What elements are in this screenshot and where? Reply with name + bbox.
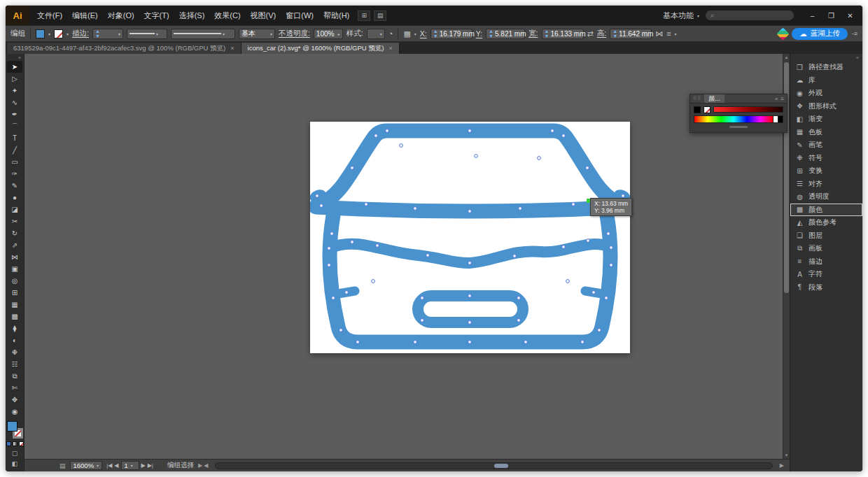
curvature-tool[interactable]: ⌒: [7, 120, 22, 132]
canvas[interactable]: X: 13.63 mm Y: 3.96 mm ▲ ▼: [24, 54, 790, 459]
anchor-point[interactable]: [581, 341, 584, 344]
panel-tab-align[interactable]: ☰对齐: [790, 178, 862, 191]
red-channel-slider[interactable]: [713, 106, 783, 113]
panel-tab-color-guide[interactable]: ◭颜色参考: [790, 216, 862, 229]
line-segment-tool[interactable]: ╱: [7, 144, 22, 156]
y-field[interactable]: ▲▼5.821 mm: [486, 29, 525, 39]
align-options-icon[interactable]: ▦: [403, 29, 410, 38]
upload-button[interactable]: ☁ 蓝湖上传: [792, 28, 848, 40]
restore-button[interactable]: ❐: [822, 8, 841, 22]
eraser-tool[interactable]: ◪: [7, 204, 22, 215]
artboard[interactable]: [310, 122, 630, 353]
panel-tab-stroke[interactable]: ≡描边: [790, 255, 862, 269]
anchor-point[interactable]: [328, 264, 331, 267]
fill-stroke-control[interactable]: [7, 421, 23, 439]
anchor-point[interactable]: [374, 134, 378, 138]
pencil-tool[interactable]: ✎: [7, 180, 22, 192]
shear-icon[interactable]: ⋈: [655, 29, 663, 38]
perspective-grid-tool[interactable]: ⊞: [7, 287, 22, 299]
mesh-tool[interactable]: ▦: [7, 299, 22, 311]
symbol-sprayer-tool[interactable]: ❉: [7, 346, 22, 358]
rectangle-tool[interactable]: ▭: [7, 156, 22, 168]
panel-tab-artboards[interactable]: ⧉画板: [790, 242, 862, 255]
eyedropper-tool[interactable]: ⧫: [7, 322, 22, 334]
chevron-down-icon[interactable]: ▾: [66, 31, 69, 36]
car-icon-artwork[interactable]: [310, 122, 630, 353]
menu-item-7[interactable]: 窗口(W): [281, 9, 318, 22]
blob-brush-tool[interactable]: ●: [7, 192, 22, 204]
panel-tab-gradient[interactable]: ◧渐变: [790, 113, 862, 126]
scale-tool[interactable]: ⇗: [7, 239, 22, 251]
artboard-number-field[interactable]: 1▾: [121, 461, 139, 470]
color-panel-header[interactable]: ⠿⠿ 颜... « ≡: [690, 94, 788, 104]
anchor-point[interactable]: [517, 297, 521, 300]
document-tab[interactable]: 6319529a-09c1-4497-af43-2bf92acafec3.svg…: [7, 43, 241, 54]
first-artboard-icon[interactable]: |◀: [106, 462, 112, 469]
anchor-point[interactable]: [513, 255, 517, 258]
spectrum-ramp[interactable]: [694, 116, 773, 122]
panel-tab-pathfinder[interactable]: ❒路径查找器: [790, 61, 862, 74]
screen-mode-icon[interactable]: ◧: [12, 460, 18, 467]
black-swatch[interactable]: [778, 116, 783, 122]
scroll-right-icon[interactable]: ▶: [780, 462, 784, 469]
anchor-point[interactable]: [320, 204, 323, 208]
chevron-down-icon[interactable]: ▾: [675, 31, 677, 36]
rotate-tool[interactable]: ↻: [7, 227, 22, 239]
free-transform-tool[interactable]: ▣: [7, 263, 22, 275]
anchor-point[interactable]: [622, 194, 625, 198]
anchor-point[interactable]: [332, 297, 335, 300]
opacity-field[interactable]: 100%▸: [314, 29, 343, 39]
panel-tab-swatches[interactable]: ▦色板: [790, 126, 862, 139]
anchor-point[interactable]: [414, 207, 417, 211]
width-label[interactable]: 宽:: [528, 29, 538, 38]
anchor-point[interactable]: [468, 210, 472, 213]
tab-close-icon[interactable]: ×: [230, 45, 234, 52]
document-tab[interactable]: icons_car (2).svg* @ 1600% (RGB/GPU 预览)×: [241, 43, 400, 54]
constrain-proportions-icon[interactable]: ⇄: [587, 29, 594, 38]
width-profile-dropdown[interactable]: ▾: [127, 29, 167, 39]
anchor-point[interactable]: [562, 245, 566, 249]
panel-tab-character[interactable]: A字符: [790, 268, 862, 281]
last-artboard-icon[interactable]: ▶|: [148, 462, 153, 469]
anchor-point[interactable]: [605, 297, 608, 300]
anchor-point[interactable]: [376, 244, 379, 248]
zoom-tool[interactable]: ◉: [7, 406, 22, 418]
anchor-point[interactable]: [372, 280, 375, 283]
anchor-point[interactable]: [586, 166, 589, 170]
none-mode-button[interactable]: [19, 441, 24, 446]
chevron-down-icon[interactable]: ▾: [118, 31, 120, 36]
width-tool[interactable]: ⋈: [7, 251, 22, 263]
gradient-mode-button[interactable]: [13, 441, 18, 446]
anchor-point[interactable]: [468, 294, 472, 298]
x-field[interactable]: ▲▼16.179 mm: [430, 29, 472, 39]
brush-style-dropdown[interactable]: 基本▾: [239, 29, 275, 39]
panel-tab-transform[interactable]: ⊞变换: [790, 164, 862, 178]
fill-color-swatch[interactable]: [36, 29, 45, 38]
menu-item-3[interactable]: 文字(T): [139, 9, 174, 22]
collapse-icon[interactable]: «: [775, 96, 778, 102]
width-field[interactable]: ▲▼16.133 mm: [542, 29, 584, 39]
close-button[interactable]: ✕: [841, 8, 860, 22]
scissors-tool[interactable]: ✂: [7, 215, 22, 227]
stroke-weight-field[interactable]: ▲▼▾: [92, 29, 123, 39]
next-artboard-icon[interactable]: ▶: [141, 462, 146, 469]
anchor-point[interactable]: [351, 166, 354, 170]
control-menu-icon[interactable]: -≡: [852, 30, 858, 37]
collapse-panels-icon[interactable]: «: [856, 55, 859, 61]
height-label[interactable]: 高:: [597, 29, 606, 38]
expand-tools-icon[interactable]: »: [18, 55, 21, 60]
scroll-up-icon[interactable]: ▲: [783, 54, 790, 61]
horizontal-scroll-thumb[interactable]: [494, 464, 508, 468]
selection-tool[interactable]: ➤: [7, 61, 22, 73]
anchor-point[interactable]: [328, 247, 331, 250]
prev-artboard-icon[interactable]: ◀: [114, 462, 118, 469]
anchor-point[interactable]: [562, 134, 566, 138]
anchor-point[interactable]: [475, 155, 478, 158]
panel-menu-icon[interactable]: ≡: [780, 96, 784, 102]
anchor-point[interactable]: [610, 246, 613, 250]
panel-tab-symbols[interactable]: ❉符号: [790, 152, 862, 165]
anchor-point[interactable]: [400, 144, 403, 148]
anchor-point[interactable]: [468, 129, 472, 133]
anchor-point[interactable]: [592, 291, 596, 294]
anchor-point[interactable]: [524, 341, 528, 344]
